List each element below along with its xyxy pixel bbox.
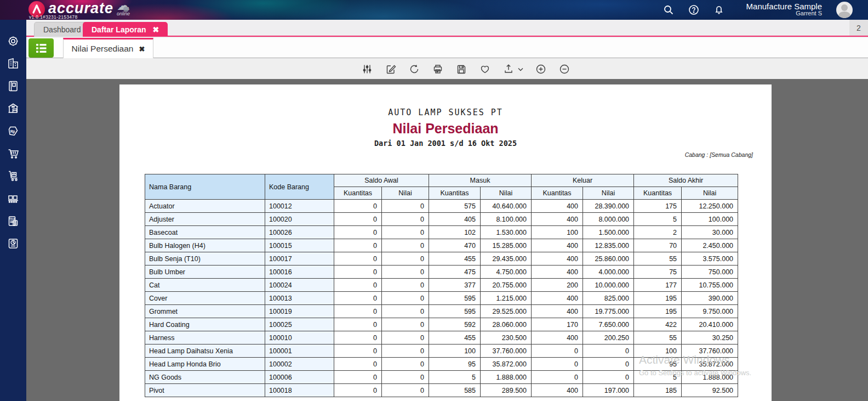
value-cell: 0 (382, 358, 429, 371)
value-cell: 289.500 (481, 384, 532, 397)
col-header-nama-barang: Nama Barang (145, 174, 265, 200)
value-cell: 0 (334, 200, 382, 213)
help-icon[interactable] (688, 4, 699, 15)
value-cell: 8.000.000 (583, 213, 634, 226)
value-cell: 30.000 (682, 226, 738, 239)
item-name-cell: Harness (145, 331, 265, 344)
item-name-cell: Pivot (145, 384, 265, 397)
table-row: Head Lamp Daihatsu Xenia1000010010037.76… (145, 344, 738, 358)
value-cell: 8.100.000 (481, 213, 532, 226)
report-table-body: Actuator1000120057540.640.00040028.390.0… (145, 200, 738, 397)
value-cell: 28.060.000 (481, 318, 532, 331)
value-cell: 15.285.000 (481, 239, 532, 252)
value-cell: 195 (634, 305, 682, 318)
list-menu-icon (35, 42, 48, 54)
value-cell: 2 (634, 226, 682, 239)
value-cell: 1.888.000 (682, 371, 738, 384)
filter-sliders-icon[interactable] (361, 63, 374, 76)
price-tag-rp-icon[interactable]: Rp (0, 120, 26, 142)
main-tab-strip: Dashboard Daftar Laporan ✖ 2 (26, 20, 868, 37)
value-cell: 197.000 (583, 384, 634, 397)
refresh-icon[interactable] (408, 63, 421, 76)
manufacture-conveyor-icon[interactable] (0, 187, 26, 210)
value-cell: 200 (532, 279, 583, 292)
item-name-cell: Bulb Umber (145, 266, 265, 279)
report-tab-strip: Nilai Persediaan ✖ (26, 38, 868, 58)
value-cell: 0 (334, 266, 382, 279)
table-row: Adjuster100020004058.100.0004008.000.000… (145, 213, 738, 226)
report-menu-button[interactable] (28, 38, 54, 58)
zoom-out-icon[interactable] (558, 63, 571, 76)
search-icon[interactable] (663, 4, 674, 15)
value-cell: 25.860.000 (583, 252, 634, 266)
warehouse-asset-icon[interactable] (0, 97, 26, 120)
value-cell: 29.435.000 (481, 252, 532, 266)
value-cell: 825.000 (583, 292, 634, 305)
close-icon[interactable]: ✖ (139, 45, 145, 53)
value-cell: 35.872.000 (481, 358, 532, 371)
value-cell: 0 (583, 358, 634, 371)
value-cell: 0 (382, 292, 429, 305)
value-cell: 9.750.000 (682, 305, 738, 318)
item-code-cell: 100020 (265, 213, 334, 226)
value-cell: 0 (382, 213, 429, 226)
avatar[interactable] (836, 2, 853, 18)
item-name-cell: NG Goods (145, 371, 265, 384)
tab-daftar-laporan[interactable]: Daftar Laporan ✖ (83, 22, 168, 37)
settings-gear-icon[interactable] (0, 30, 26, 52)
value-cell: 29.525.000 (481, 305, 532, 318)
value-cell: 455 (429, 331, 481, 344)
value-cell: 400 (532, 239, 583, 252)
edit-icon[interactable] (384, 63, 397, 76)
table-row: NG Goods1000060051.888.0000051.888.000 (145, 371, 738, 384)
value-cell: 0 (583, 371, 634, 384)
report-chart-icon[interactable] (0, 232, 26, 255)
value-cell: 20.410.000 (682, 318, 738, 331)
ledger-book-icon[interactable] (0, 75, 26, 97)
item-code-cell: 100017 (265, 252, 334, 266)
user-block[interactable]: Manufacture Sample Garrent S (746, 3, 822, 17)
value-cell: 595 (429, 305, 481, 318)
favorite-heart-icon[interactable] (478, 63, 492, 76)
value-cell: 10.755.000 (682, 279, 738, 292)
value-cell: 0 (334, 292, 382, 305)
value-cell: 0 (382, 331, 429, 344)
save-icon[interactable] (455, 63, 468, 76)
item-name-cell: Bulb Senja (T10) (145, 252, 265, 266)
export-icon[interactable] (502, 63, 515, 76)
item-code-cell: 100002 (265, 358, 334, 371)
tab-nilai-persediaan[interactable]: Nilai Persediaan ✖ (63, 38, 153, 58)
item-name-cell: Head Lamp Honda Brio (145, 358, 265, 371)
tax-document-icon[interactable]: TAX (0, 210, 26, 232)
tab-dashboard-label: Dashboard (43, 25, 81, 34)
value-cell: 422 (634, 318, 682, 331)
value-cell: 100 (429, 344, 481, 358)
item-code-cell: 100006 (265, 371, 334, 384)
col-header-kode-barang: Kode Barang (265, 174, 334, 200)
value-cell: 3.575.000 (682, 252, 738, 266)
notifications-bell-icon[interactable] (713, 4, 724, 15)
close-icon[interactable]: ✖ (153, 25, 159, 34)
table-row: Pivot10001800585289.500400197.00018592.5… (145, 384, 738, 397)
subheader-kuantitas: Kuantitas (429, 187, 481, 200)
item-code-cell: 100025 (265, 318, 334, 331)
value-cell: 470 (429, 239, 481, 252)
value-cell: 1.500.000 (583, 226, 634, 239)
value-cell: 12.250.000 (682, 200, 738, 213)
chevron-down-icon[interactable] (517, 64, 524, 75)
inventory-value-table: Nama Barang Kode Barang Saldo Awal Masuk… (145, 174, 738, 397)
inventory-trolley-icon[interactable] (0, 165, 26, 187)
tab-dashboard[interactable]: Dashboard (34, 22, 90, 37)
tab-counter-badge[interactable]: 2 (849, 20, 868, 36)
zoom-in-icon[interactable] (534, 63, 547, 76)
item-code-cell: 100013 (265, 292, 334, 305)
company-building-icon[interactable] (0, 52, 26, 75)
purchase-cart-icon[interactable] (0, 142, 26, 165)
value-cell: 400 (532, 305, 583, 318)
app-window: accurate ☁ online v1.0.1#3231-2153478 Ma… (0, 0, 868, 401)
value-cell: 230.500 (481, 331, 532, 344)
export-button[interactable] (502, 63, 524, 76)
value-cell: 1.215.000 (481, 292, 532, 305)
item-code-cell: 100001 (265, 344, 334, 358)
print-icon[interactable] (431, 63, 444, 76)
